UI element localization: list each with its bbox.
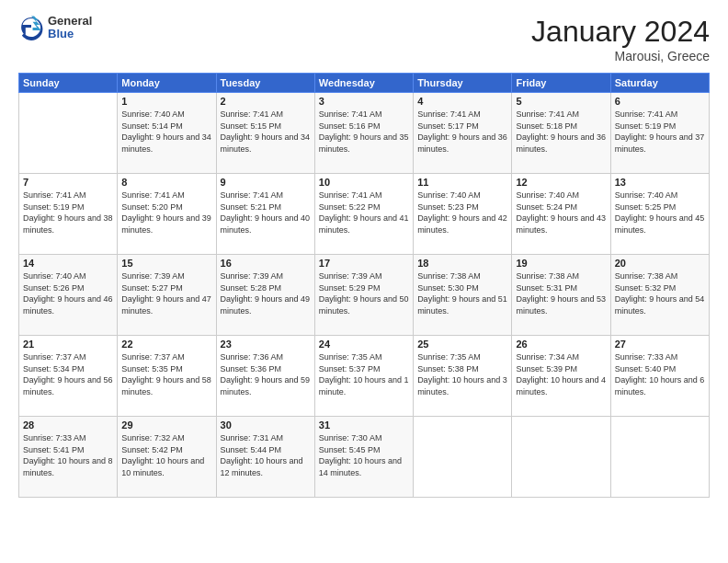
- logo-icon: [18, 15, 44, 40]
- day-info: Sunrise: 7:41 AMSunset: 5:15 PMDaylight:…: [221, 109, 311, 155]
- day-number: 6: [615, 96, 705, 107]
- table-row: 15Sunrise: 7:39 AMSunset: 5:27 PMDayligh…: [118, 255, 216, 336]
- month-title: January 2024: [531, 15, 710, 49]
- day-number: 14: [23, 258, 113, 269]
- day-info: Sunrise: 7:39 AMSunset: 5:27 PMDaylight:…: [121, 270, 211, 316]
- day-number: 28: [23, 419, 113, 431]
- calendar-week-1: 1Sunrise: 7:40 AMSunset: 5:14 PMDaylight…: [19, 93, 710, 174]
- header-wednesday: Wednesday: [314, 74, 413, 93]
- day-info: Sunrise: 7:37 AMSunset: 5:35 PMDaylight:…: [121, 351, 211, 397]
- day-info: Sunrise: 7:41 AMSunset: 5:21 PMDaylight:…: [221, 190, 311, 236]
- table-row: 7Sunrise: 7:41 AMSunset: 5:19 PMDaylight…: [19, 174, 118, 255]
- header-monday: Monday: [118, 74, 216, 93]
- table-row: 9Sunrise: 7:41 AMSunset: 5:21 PMDaylight…: [216, 174, 314, 255]
- day-info: Sunrise: 7:33 AMSunset: 5:41 PMDaylight:…: [23, 432, 113, 478]
- day-info: Sunrise: 7:34 AMSunset: 5:39 PMDaylight:…: [516, 351, 606, 397]
- day-number: 1: [121, 96, 211, 107]
- table-row: [512, 417, 610, 498]
- table-row: 4Sunrise: 7:41 AMSunset: 5:17 PMDaylight…: [414, 93, 512, 174]
- day-info: Sunrise: 7:36 AMSunset: 5:36 PMDaylight:…: [221, 351, 311, 397]
- table-row: 1Sunrise: 7:40 AMSunset: 5:14 PMDaylight…: [118, 93, 216, 174]
- table-row: 29Sunrise: 7:32 AMSunset: 5:42 PMDayligh…: [118, 417, 216, 498]
- table-row: 30Sunrise: 7:31 AMSunset: 5:44 PMDayligh…: [216, 417, 314, 498]
- table-row: 24Sunrise: 7:35 AMSunset: 5:37 PMDayligh…: [314, 336, 413, 417]
- day-number: 31: [319, 419, 409, 431]
- calendar-week-5: 28Sunrise: 7:33 AMSunset: 5:41 PMDayligh…: [19, 417, 710, 498]
- table-row: 22Sunrise: 7:37 AMSunset: 5:35 PMDayligh…: [118, 336, 216, 417]
- day-info: Sunrise: 7:41 AMSunset: 5:17 PMDaylight:…: [417, 109, 507, 155]
- calendar-week-2: 7Sunrise: 7:41 AMSunset: 5:19 PMDaylight…: [19, 174, 710, 255]
- day-number: 5: [516, 96, 606, 107]
- header-sunday: Sunday: [19, 74, 118, 93]
- logo-line1: General: [48, 15, 92, 28]
- day-info: Sunrise: 7:35 AMSunset: 5:38 PMDaylight:…: [417, 351, 507, 397]
- table-row: 27Sunrise: 7:33 AMSunset: 5:40 PMDayligh…: [610, 336, 709, 417]
- table-row: [610, 417, 709, 498]
- day-number: 22: [121, 339, 211, 350]
- day-info: Sunrise: 7:37 AMSunset: 5:34 PMDaylight:…: [23, 351, 113, 397]
- table-row: 14Sunrise: 7:40 AMSunset: 5:26 PMDayligh…: [19, 255, 118, 336]
- day-number: 26: [516, 339, 606, 350]
- day-info: Sunrise: 7:31 AMSunset: 5:44 PMDaylight:…: [221, 432, 311, 478]
- calendar-week-4: 21Sunrise: 7:37 AMSunset: 5:34 PMDayligh…: [19, 336, 710, 417]
- day-info: Sunrise: 7:41 AMSunset: 5:16 PMDaylight:…: [319, 109, 409, 155]
- day-number: 7: [23, 177, 113, 188]
- day-number: 11: [417, 177, 507, 188]
- table-row: [414, 417, 512, 498]
- day-info: Sunrise: 7:40 AMSunset: 5:24 PMDaylight:…: [516, 190, 606, 236]
- table-row: 26Sunrise: 7:34 AMSunset: 5:39 PMDayligh…: [512, 336, 610, 417]
- table-row: 31Sunrise: 7:30 AMSunset: 5:45 PMDayligh…: [314, 417, 413, 498]
- table-row: 20Sunrise: 7:38 AMSunset: 5:32 PMDayligh…: [610, 255, 709, 336]
- day-info: Sunrise: 7:35 AMSunset: 5:37 PMDaylight:…: [319, 351, 409, 397]
- day-number: 30: [221, 419, 311, 431]
- table-row: 21Sunrise: 7:37 AMSunset: 5:34 PMDayligh…: [19, 336, 118, 417]
- header-friday: Friday: [512, 74, 610, 93]
- table-row: 6Sunrise: 7:41 AMSunset: 5:19 PMDaylight…: [610, 93, 709, 174]
- title-block: January 2024 Marousi, Greece: [531, 15, 710, 63]
- header-saturday: Saturday: [610, 74, 709, 93]
- table-row: 16Sunrise: 7:39 AMSunset: 5:28 PMDayligh…: [216, 255, 314, 336]
- day-number: 20: [615, 258, 705, 269]
- day-info: Sunrise: 7:41 AMSunset: 5:19 PMDaylight:…: [23, 190, 113, 236]
- day-number: 8: [121, 177, 211, 188]
- day-info: Sunrise: 7:33 AMSunset: 5:40 PMDaylight:…: [615, 351, 705, 397]
- table-row: [19, 93, 118, 174]
- day-info: Sunrise: 7:40 AMSunset: 5:25 PMDaylight:…: [615, 190, 705, 236]
- day-number: 10: [319, 177, 409, 188]
- table-row: 8Sunrise: 7:41 AMSunset: 5:20 PMDaylight…: [118, 174, 216, 255]
- logo-line2: Blue: [48, 28, 92, 40]
- table-row: 28Sunrise: 7:33 AMSunset: 5:41 PMDayligh…: [19, 417, 118, 498]
- day-info: Sunrise: 7:40 AMSunset: 5:14 PMDaylight:…: [121, 109, 211, 155]
- day-number: 17: [319, 258, 409, 269]
- header-thursday: Thursday: [414, 74, 512, 93]
- day-number: 29: [121, 419, 211, 431]
- day-info: Sunrise: 7:38 AMSunset: 5:32 PMDaylight:…: [615, 270, 705, 316]
- day-info: Sunrise: 7:30 AMSunset: 5:45 PMDaylight:…: [319, 432, 409, 478]
- table-row: 19Sunrise: 7:38 AMSunset: 5:31 PMDayligh…: [512, 255, 610, 336]
- day-info: Sunrise: 7:38 AMSunset: 5:31 PMDaylight:…: [516, 270, 606, 316]
- table-row: 17Sunrise: 7:39 AMSunset: 5:29 PMDayligh…: [314, 255, 413, 336]
- table-row: 23Sunrise: 7:36 AMSunset: 5:36 PMDayligh…: [216, 336, 314, 417]
- day-info: Sunrise: 7:38 AMSunset: 5:30 PMDaylight:…: [417, 270, 507, 316]
- day-info: Sunrise: 7:40 AMSunset: 5:26 PMDaylight:…: [23, 270, 113, 316]
- table-row: 25Sunrise: 7:35 AMSunset: 5:38 PMDayligh…: [414, 336, 512, 417]
- day-number: 12: [516, 177, 606, 188]
- page: General Blue January 2024 Marousi, Greec…: [0, 0, 728, 563]
- day-number: 23: [221, 339, 311, 350]
- table-row: 11Sunrise: 7:40 AMSunset: 5:23 PMDayligh…: [414, 174, 512, 255]
- day-info: Sunrise: 7:39 AMSunset: 5:28 PMDaylight:…: [221, 270, 311, 316]
- day-info: Sunrise: 7:40 AMSunset: 5:23 PMDaylight:…: [417, 190, 507, 236]
- table-row: 5Sunrise: 7:41 AMSunset: 5:18 PMDaylight…: [512, 93, 610, 174]
- day-number: 9: [221, 177, 311, 188]
- day-number: 27: [615, 339, 705, 350]
- day-info: Sunrise: 7:41 AMSunset: 5:19 PMDaylight:…: [615, 109, 705, 155]
- table-row: 12Sunrise: 7:40 AMSunset: 5:24 PMDayligh…: [512, 174, 610, 255]
- calendar-week-3: 14Sunrise: 7:40 AMSunset: 5:26 PMDayligh…: [19, 255, 710, 336]
- day-number: 24: [319, 339, 409, 350]
- header-tuesday: Tuesday: [216, 74, 314, 93]
- table-row: 2Sunrise: 7:41 AMSunset: 5:15 PMDaylight…: [216, 93, 314, 174]
- table-row: 3Sunrise: 7:41 AMSunset: 5:16 PMDaylight…: [314, 93, 413, 174]
- day-number: 16: [221, 258, 311, 269]
- table-row: 18Sunrise: 7:38 AMSunset: 5:30 PMDayligh…: [414, 255, 512, 336]
- table-row: 13Sunrise: 7:40 AMSunset: 5:25 PMDayligh…: [610, 174, 709, 255]
